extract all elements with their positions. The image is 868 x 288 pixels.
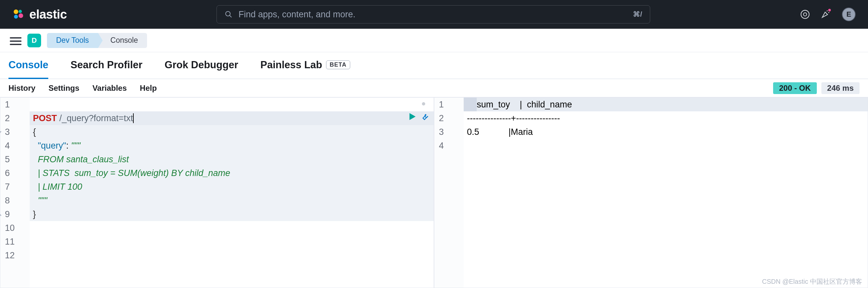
search-placeholder: Find apps, content, and more. — [238, 9, 627, 20]
tab-console[interactable]: Console — [8, 52, 48, 79]
tab-grok-debugger[interactable]: Grok Debugger — [165, 52, 238, 79]
output-line: sum_toy | child_name — [467, 98, 864, 111]
breadcrumb-dev-tools[interactable]: Dev Tools — [47, 33, 98, 48]
status-badge: 200 - OK — [773, 82, 816, 94]
beta-badge: BETA — [326, 60, 350, 69]
svg-line-5 — [229, 16, 231, 17]
output-line: ---------------+--------------- — [467, 111, 864, 125]
svg-point-2 — [19, 13, 23, 18]
svg-point-4 — [226, 11, 230, 16]
svg-point-1 — [19, 10, 22, 13]
notification-dot — [828, 8, 832, 12]
svg-point-7 — [803, 13, 807, 16]
http-method: POST — [33, 111, 57, 125]
tab-search-profiler[interactable]: Search Profiler — [70, 52, 143, 79]
request-editor[interactable]: POST /_query?format=txt { "query": """ F… — [30, 98, 434, 288]
tab-painless-lab[interactable]: Painless Lab BETA — [260, 52, 350, 79]
elastic-logo-icon — [12, 8, 24, 20]
response-pane[interactable]: 1234 sum_toy | child_name --------------… — [434, 97, 868, 288]
breadcrumb-console: Console — [98, 33, 147, 48]
donut-icon[interactable] — [800, 9, 810, 19]
nav-toggle-icon[interactable] — [10, 35, 22, 46]
wrench-icon[interactable] — [421, 112, 430, 121]
watermark-text: CSDN @Elastic 中国社区官方博客 — [762, 277, 862, 286]
breadcrumb: Dev Tools Console — [47, 33, 147, 48]
global-header: elastic Find apps, content, and more. ⌘/… — [0, 0, 868, 29]
tab-bar: Console Search Profiler Grok Debugger Pa… — [0, 52, 868, 79]
link-variables[interactable]: Variables — [92, 84, 126, 93]
editor-split: 123▾456789▴101112 POST /_query?format=tx… — [0, 97, 868, 288]
time-badge: 246 ms — [822, 82, 860, 94]
output-line: 0.5 |Maria — [467, 125, 864, 139]
user-avatar[interactable]: E — [842, 7, 856, 21]
console-toolbar: History Settings Variables Help 200 - OK… — [0, 79, 868, 97]
global-search[interactable]: Find apps, content, and more. ⌘/ — [217, 5, 650, 24]
breadcrumb-bar: D Dev Tools Console — [0, 29, 868, 52]
svg-point-6 — [801, 10, 809, 19]
svg-line-9 — [829, 12, 830, 13]
svg-point-0 — [14, 9, 18, 14]
svg-point-3 — [14, 15, 18, 19]
play-icon[interactable] — [408, 112, 417, 121]
response-output[interactable]: sum_toy | child_name ---------------+---… — [464, 98, 868, 288]
link-history[interactable]: History — [8, 84, 35, 93]
search-icon — [225, 10, 232, 18]
app-badge[interactable]: D — [27, 34, 41, 47]
link-help[interactable]: Help — [140, 84, 157, 93]
request-actions — [408, 112, 430, 121]
response-gutter: 1234 — [434, 98, 464, 288]
brand-name: elastic — [29, 7, 67, 22]
request-gutter: 123▾456789▴101112 — [0, 98, 30, 288]
link-settings[interactable]: Settings — [49, 84, 80, 93]
search-shortcut: ⌘/ — [633, 10, 642, 19]
celebration-icon-wrap[interactable] — [821, 9, 831, 20]
output-line — [467, 139, 864, 152]
request-pane[interactable]: 123▾456789▴101112 POST /_query?format=tx… — [0, 97, 434, 288]
request-path: /_query?format=txt — [59, 111, 133, 125]
text-cursor — [133, 113, 134, 123]
